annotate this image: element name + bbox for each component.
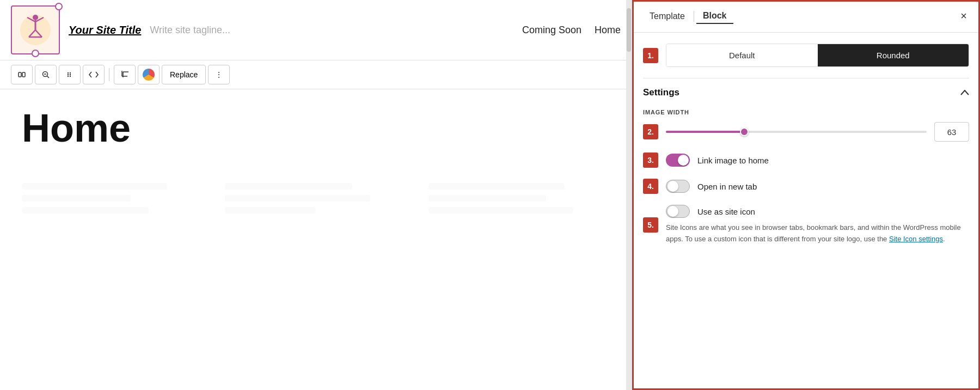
new-tab-label: Open in new tab [697, 182, 757, 191]
color-circle-icon [143, 69, 155, 81]
svg-line-11 [47, 76, 50, 78]
svg-rect-8 [19, 72, 21, 77]
slider-badge-row: 2. 63 [643, 122, 969, 142]
nav-arrows-button[interactable] [83, 65, 105, 84]
badge-4: 4. [643, 179, 658, 194]
svg-point-14 [68, 74, 69, 75]
style-default-button[interactable]: Default [666, 44, 818, 66]
settings-header: Settings [643, 87, 969, 98]
new-tab-toggle[interactable] [666, 180, 690, 193]
badge-5: 5. [643, 217, 658, 233]
site-icon-row: Use as site icon [666, 205, 969, 218]
toggle-knob-off-2 [667, 206, 678, 217]
yoga-icon [19, 11, 52, 49]
replace-button[interactable]: Replace [162, 65, 206, 84]
crop-button[interactable] [114, 65, 136, 84]
resize-handle-bottom[interactable] [32, 50, 39, 57]
link-image-row: Link image to home [666, 154, 969, 167]
badge-1: 1. [643, 48, 658, 63]
nav-coming-soon[interactable]: Coming Soon [522, 25, 581, 36]
tab-divider [694, 11, 694, 22]
svg-point-13 [68, 72, 69, 74]
drag-icon [66, 71, 74, 78]
site-icon-label: Use as site icon [697, 207, 755, 216]
settings-section: Settings IMAGE WIDTH 2. [643, 78, 969, 245]
site-logo[interactable] [11, 5, 60, 54]
toolbar-divider [109, 68, 109, 81]
site-icon-description: Site Icons are what you see in browser t… [666, 222, 969, 245]
site-icon-toggle[interactable] [666, 205, 690, 218]
panel-tabs: Template Block [643, 9, 733, 24]
block-type-icon [17, 70, 26, 79]
block-type-button[interactable] [11, 65, 33, 84]
link-image-label: Link image to home [697, 156, 769, 165]
link-image-toggle[interactable] [666, 154, 690, 167]
slider-track [666, 131, 927, 133]
svg-point-18 [70, 76, 71, 77]
more-options-button[interactable]: ⋮ [208, 65, 230, 84]
page-content: Home [0, 89, 632, 235]
panel-content: 1. Default Rounded Settings IMAGE WIDTH … [632, 33, 980, 390]
close-button[interactable]: × [958, 8, 969, 25]
style-badge-row: 1. Default Rounded [643, 44, 969, 67]
image-width-label: IMAGE WIDTH [643, 109, 969, 115]
new-tab-row: Open in new tab [666, 180, 969, 193]
badge-3: 3. [643, 153, 658, 168]
scrollbar-thumb [627, 8, 631, 52]
settings-title: Settings [643, 87, 679, 98]
center-scrollbar[interactable] [626, 0, 632, 390]
style-toggle-group: Default Rounded [666, 44, 969, 67]
site-icon-settings-link[interactable]: Site Icon settings [889, 235, 943, 243]
badge-2: 2. [643, 124, 658, 139]
toggle-knob-on [678, 155, 689, 166]
nav-home[interactable]: Home [595, 25, 621, 36]
toggle-knob-off-1 [667, 181, 678, 192]
color-button[interactable] [138, 65, 160, 84]
panel-header: Template Block × [632, 0, 980, 33]
image-width-input[interactable]: 63 [934, 122, 969, 142]
style-rounded-button[interactable]: Rounded [818, 44, 969, 66]
nav-links: Coming Soon Home [522, 25, 621, 36]
crop-icon [120, 70, 129, 79]
right-panel: Template Block × 1. Default Rounded Sett… [632, 0, 980, 390]
block-toolbar: Replace ⋮ [0, 60, 632, 89]
zoom-icon [41, 70, 50, 79]
site-icon-badge-row: 5. Use as site icon Site Icons are what … [643, 205, 969, 245]
image-width-slider[interactable] [666, 126, 927, 137]
nav-arrows-icon [88, 71, 99, 78]
slider-fill [666, 131, 744, 133]
zoom-button[interactable] [35, 65, 57, 84]
svg-point-17 [70, 74, 71, 75]
page-heading: Home [22, 106, 610, 150]
svg-rect-9 [22, 72, 25, 77]
svg-point-15 [68, 76, 69, 77]
new-tab-badge-row: 4. Open in new tab [643, 179, 969, 194]
tab-block[interactable]: Block [696, 9, 733, 24]
slider-thumb[interactable] [740, 127, 749, 136]
site-tagline[interactable]: Write site tagline... [150, 25, 230, 36]
drag-button[interactable] [59, 65, 81, 84]
svg-point-1 [33, 15, 38, 20]
svg-point-16 [70, 72, 71, 74]
top-toolbar: Your Site Title Write site tagline... Co… [0, 0, 632, 60]
collapse-button[interactable] [960, 88, 969, 97]
site-title[interactable]: Your Site Title [69, 24, 141, 36]
slider-row: 63 [666, 122, 969, 142]
chevron-up-icon [960, 90, 969, 95]
resize-handle-top-right[interactable] [55, 3, 63, 10]
link-image-badge-row: 3. Link image to home [643, 153, 969, 168]
tab-template[interactable]: Template [643, 9, 691, 24]
